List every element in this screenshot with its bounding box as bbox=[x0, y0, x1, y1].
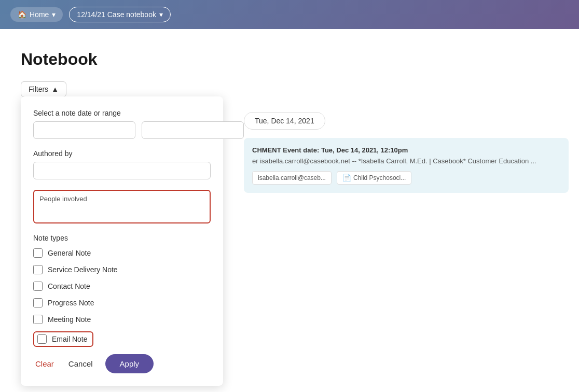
main-content: Notebook Filters ▲ Select a note date or… bbox=[0, 29, 579, 392]
service-delivery-note-item: Service Delivery Note bbox=[33, 265, 211, 274]
progress-note-checkbox[interactable] bbox=[33, 298, 43, 307]
people-involved-container: People involved bbox=[33, 190, 211, 223]
date-start-input[interactable] bbox=[33, 121, 135, 139]
home-label: Home bbox=[30, 10, 49, 19]
contact-note-label[interactable]: Contact Note bbox=[48, 282, 90, 290]
filters-label: Filters bbox=[29, 85, 48, 93]
date-range-row bbox=[33, 121, 211, 139]
note-card-body: er isabella.carroll@casebook.net -- *Isa… bbox=[252, 157, 560, 165]
date-end-input[interactable] bbox=[142, 121, 244, 139]
authored-by-input[interactable] bbox=[33, 162, 211, 179]
service-delivery-note-checkbox[interactable] bbox=[33, 265, 43, 274]
general-note-item: General Note bbox=[33, 248, 211, 258]
attachment-pdf[interactable]: 📄 Child Psychosoci... bbox=[337, 171, 411, 185]
right-content: Tue, Dec 14, 2021 CHMENT Event date: Tue… bbox=[244, 112, 569, 193]
case-chevron: ▾ bbox=[159, 10, 163, 19]
general-note-label[interactable]: General Note bbox=[48, 249, 91, 257]
apply-button[interactable]: Apply bbox=[105, 354, 154, 373]
date-badge: Tue, Dec 14, 2021 bbox=[244, 112, 325, 130]
note-card-header: CHMENT Event date: Tue, Dec 14, 2021, 12… bbox=[252, 146, 560, 154]
note-card-attachments: isabella.carroll@caseb... 📄 Child Psycho… bbox=[252, 171, 560, 185]
progress-note-label[interactable]: Progress Note bbox=[48, 299, 94, 307]
people-involved-input[interactable] bbox=[36, 204, 208, 220]
contact-note-item: Contact Note bbox=[33, 282, 211, 291]
people-involved-label: People involved bbox=[36, 193, 208, 204]
date-section-label: Select a note date or range bbox=[33, 109, 211, 117]
note-types-label: Note types bbox=[33, 234, 211, 242]
meeting-note-label[interactable]: Meeting Note bbox=[48, 315, 91, 324]
attachment-email[interactable]: isabella.carroll@caseb... bbox=[252, 171, 332, 185]
email-note-checkbox[interactable] bbox=[37, 334, 47, 344]
email-attach-label: isabella.carroll@caseb... bbox=[258, 174, 326, 181]
progress-note-item: Progress Note bbox=[33, 298, 211, 307]
filters-button[interactable]: Filters ▲ bbox=[21, 81, 66, 97]
meeting-note-checkbox[interactable] bbox=[33, 315, 43, 324]
service-delivery-note-label[interactable]: Service Delivery Note bbox=[48, 265, 118, 274]
general-note-checkbox[interactable] bbox=[33, 248, 43, 258]
case-notebook-button[interactable]: 12/14/21 Case notebook ▾ bbox=[69, 7, 171, 22]
email-note-wrapper: Email Note bbox=[33, 331, 93, 347]
meeting-note-item: Meeting Note bbox=[33, 315, 211, 324]
pdf-icon: 📄 bbox=[342, 174, 351, 182]
contact-note-checkbox[interactable] bbox=[33, 282, 43, 291]
page-title: Notebook bbox=[21, 50, 558, 69]
top-nav: 🏠 Home ▾ 12/14/21 Case notebook ▾ bbox=[0, 0, 579, 29]
filters-chevron: ▲ bbox=[51, 85, 59, 93]
home-button[interactable]: 🏠 Home ▾ bbox=[10, 7, 63, 22]
filter-dropdown: Select a note date or range Authored by … bbox=[21, 96, 223, 386]
action-row: Clear Cancel Apply bbox=[33, 354, 211, 373]
email-note-item: Email Note bbox=[33, 331, 211, 347]
note-card: CHMENT Event date: Tue, Dec 14, 2021, 12… bbox=[244, 138, 569, 193]
case-label: 12/14/21 Case notebook bbox=[77, 10, 156, 19]
clear-button[interactable]: Clear bbox=[33, 355, 56, 372]
email-note-label[interactable]: Email Note bbox=[52, 335, 87, 343]
cancel-button[interactable]: Cancel bbox=[62, 355, 99, 372]
home-chevron: ▾ bbox=[52, 10, 56, 19]
pdf-attach-label: Child Psychosoci... bbox=[353, 174, 406, 181]
home-icon: 🏠 bbox=[18, 10, 26, 19]
authored-by-label: Authored by bbox=[33, 149, 211, 158]
